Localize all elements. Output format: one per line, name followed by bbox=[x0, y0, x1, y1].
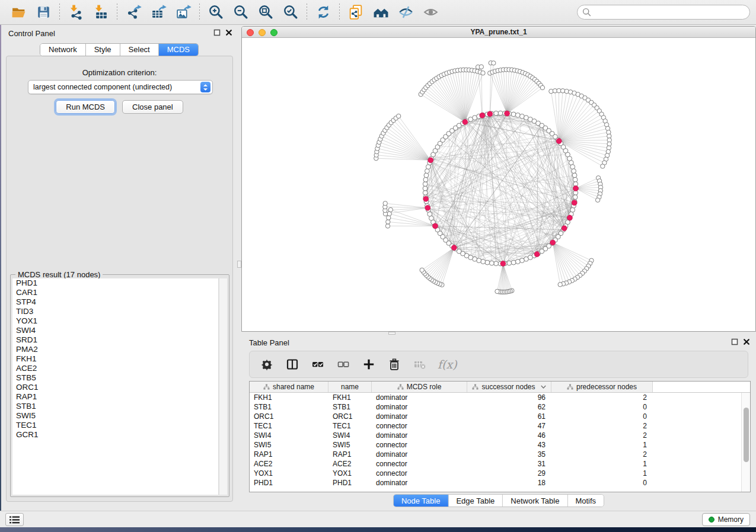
mcds-result-item[interactable]: STB5 bbox=[12, 373, 218, 383]
show-graphics-details-button[interactable] bbox=[418, 2, 443, 23]
welcome-screen-button[interactable] bbox=[368, 2, 393, 23]
table-scrollbar[interactable] bbox=[741, 393, 750, 492]
export-image-button[interactable] bbox=[171, 2, 196, 23]
create-column-button[interactable] bbox=[361, 357, 377, 372]
mcds-result-item[interactable]: STB1 bbox=[12, 402, 218, 411]
memory-label: Memory bbox=[718, 515, 744, 524]
table-row[interactable]: ACE2ACE2connector311 bbox=[250, 459, 741, 469]
show-columns-button[interactable] bbox=[285, 357, 300, 372]
table-row[interactable]: PHD1PHD1dominator180 bbox=[250, 478, 741, 488]
mcds-panel: Optimization criterion: largest connecte… bbox=[6, 56, 233, 502]
zoom-in-button[interactable] bbox=[203, 2, 228, 23]
table-cell: 1 bbox=[551, 440, 653, 450]
maximize-window-light[interactable] bbox=[270, 29, 277, 36]
table-cell: 62 bbox=[467, 402, 551, 412]
table-row[interactable]: ORC1ORC1dominator610 bbox=[250, 412, 741, 421]
vertical-splitter[interactable] bbox=[237, 25, 241, 511]
mcds-result-item[interactable]: TID3 bbox=[12, 307, 218, 316]
criterion-dropdown[interactable]: largest connected component (undirected) bbox=[28, 80, 213, 94]
mcds-result-item[interactable]: SWI4 bbox=[12, 326, 218, 335]
close-panel-button[interactable]: Close panel bbox=[122, 100, 183, 114]
mcds-result-item[interactable]: ACE2 bbox=[12, 364, 218, 373]
delete-columns-button[interactable] bbox=[387, 357, 402, 372]
mcds-result-item[interactable]: SRD1 bbox=[12, 335, 218, 345]
run-mcds-button[interactable]: Run MCDS bbox=[56, 100, 115, 114]
table-row[interactable]: STB1STB1dominator620 bbox=[250, 402, 741, 412]
table-cell: 0 bbox=[551, 412, 653, 421]
network-graph[interactable] bbox=[242, 38, 755, 332]
mcds-result-item[interactable]: FKH1 bbox=[12, 354, 218, 364]
search-input[interactable] bbox=[577, 5, 750, 20]
mcds-result-item[interactable]: RAP1 bbox=[12, 392, 218, 402]
tab-network-table[interactable]: Network Table bbox=[503, 495, 567, 507]
export-table-icon bbox=[151, 4, 167, 20]
tab-style[interactable]: Style bbox=[86, 44, 120, 56]
mcds-result-item[interactable]: TEC1 bbox=[12, 421, 218, 430]
select-all-columns-button[interactable] bbox=[310, 357, 326, 372]
export-network-button[interactable] bbox=[121, 2, 146, 23]
table-row[interactable]: FKH1FKH1dominator962 bbox=[250, 393, 741, 402]
tab-select[interactable]: Select bbox=[120, 44, 159, 56]
export-table-button[interactable] bbox=[146, 2, 171, 23]
mcds-result-scrollbar[interactable] bbox=[219, 278, 227, 495]
column-header-name[interactable]: name bbox=[328, 382, 372, 392]
dropdown-stepper-icon bbox=[200, 82, 210, 92]
table-row[interactable]: SWI4SWI4dominator462 bbox=[250, 431, 741, 440]
mcds-result-item[interactable]: GCR1 bbox=[12, 430, 218, 440]
update-view-button[interactable] bbox=[311, 2, 336, 23]
table-panel: Table Panel f(x) shared namenameMCDS rol… bbox=[241, 335, 756, 511]
open-file-button[interactable] bbox=[6, 2, 31, 23]
import-table-button[interactable] bbox=[88, 2, 113, 23]
column-header-predecessor-nodes[interactable]: predecessor nodes bbox=[551, 382, 653, 392]
close-window-light[interactable] bbox=[247, 29, 254, 36]
import-network-button[interactable] bbox=[63, 2, 88, 23]
tab-edge-table[interactable]: Edge Table bbox=[448, 495, 503, 507]
task-history-button[interactable] bbox=[5, 513, 24, 526]
hide-graphics-details-button[interactable] bbox=[393, 2, 418, 23]
table-row[interactable]: YOX1YOX1connector291 bbox=[250, 469, 741, 478]
network-window-titlebar[interactable]: YPA_prune.txt_1 bbox=[242, 27, 755, 38]
column-header-MCDS-role[interactable]: MCDS role bbox=[372, 382, 467, 392]
network-canvas[interactable] bbox=[242, 38, 755, 332]
table-cell: TEC1 bbox=[328, 421, 372, 431]
table-panel-header: Table Panel bbox=[241, 335, 756, 350]
tab-node-table[interactable]: Node Table bbox=[394, 495, 449, 507]
toolbar-separator bbox=[59, 4, 60, 21]
unselect-all-columns-button[interactable] bbox=[336, 357, 351, 372]
close-table-panel-icon[interactable] bbox=[743, 338, 750, 345]
clone-network-button[interactable] bbox=[343, 2, 368, 23]
zoom-in-icon bbox=[208, 4, 224, 20]
tab-motifs[interactable]: Motifs bbox=[567, 495, 604, 507]
zoom-out-button[interactable] bbox=[228, 2, 253, 23]
list-icon bbox=[9, 516, 20, 524]
mcds-result-item[interactable]: YOX1 bbox=[12, 316, 218, 326]
mcds-result-item[interactable]: SWI5 bbox=[12, 411, 218, 421]
float-table-panel-icon[interactable] bbox=[731, 338, 738, 345]
column-header-successor-nodes[interactable]: successor nodes bbox=[467, 382, 551, 392]
save-session-button[interactable] bbox=[31, 2, 56, 23]
table-row[interactable]: SWI5SWI5connector431 bbox=[250, 440, 741, 450]
memory-button[interactable]: Memory bbox=[702, 513, 750, 526]
tab-network[interactable]: Network bbox=[40, 44, 86, 56]
zoom-fit-button[interactable] bbox=[253, 2, 278, 23]
toolbar-separator bbox=[307, 4, 307, 21]
float-panel-icon[interactable] bbox=[213, 29, 221, 36]
mcds-result-item[interactable]: STP4 bbox=[12, 297, 218, 307]
vertical-splitter-grip[interactable] bbox=[237, 261, 241, 268]
close-panel-icon[interactable] bbox=[225, 29, 232, 36]
mcds-result-item[interactable]: PHD1 bbox=[12, 278, 218, 288]
mcds-result-item[interactable]: PMA2 bbox=[12, 345, 218, 354]
table-mode-button[interactable] bbox=[259, 357, 275, 372]
table-scrollbar-thumb[interactable] bbox=[744, 408, 749, 462]
table-row[interactable]: TEC1TEC1connector472 bbox=[250, 421, 741, 431]
tab-mcds[interactable]: MCDS bbox=[159, 44, 198, 56]
mcds-result-item[interactable]: ORC1 bbox=[12, 383, 218, 392]
table-mode-icon bbox=[260, 358, 273, 371]
mcds-result-item[interactable]: CAR1 bbox=[12, 288, 218, 297]
zoom-selected-button[interactable] bbox=[278, 2, 303, 23]
table-cell: ACE2 bbox=[250, 459, 328, 469]
table-panel-title: Table Panel bbox=[249, 338, 289, 347]
column-header-shared-name[interactable]: shared name bbox=[250, 382, 328, 392]
table-row[interactable]: RAP1RAP1dominator352 bbox=[250, 450, 741, 459]
minimize-window-light[interactable] bbox=[259, 29, 266, 36]
